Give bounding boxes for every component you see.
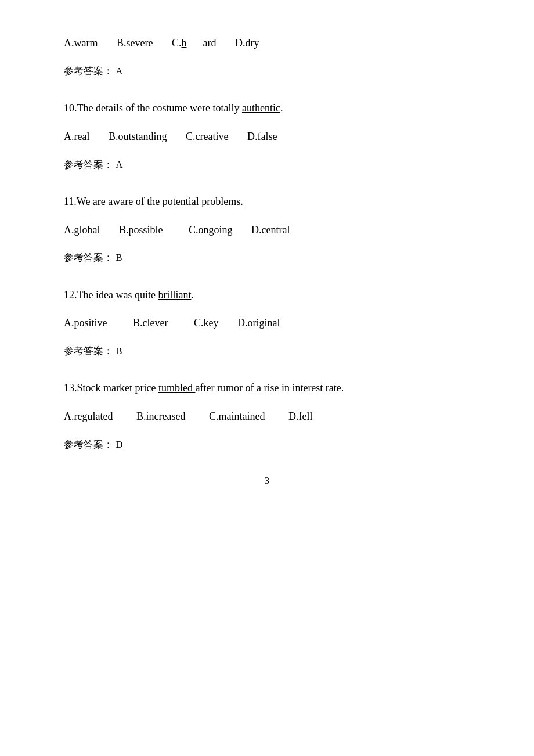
q10-answer-value: A — [116, 159, 122, 170]
q9-answer: 参考答案： A — [64, 63, 470, 79]
question-13: 13.Stock market price tumbled after rumo… — [64, 380, 470, 452]
q12-keyword: brilliant — [158, 289, 191, 301]
q12-text: 12.The idea was quite brilliant. — [64, 287, 470, 304]
q12-option-a: A.positive — [64, 317, 107, 329]
q11-answer-value: B — [116, 252, 122, 263]
q13-answer: 参考答案： D — [64, 437, 470, 452]
q11-keyword: potential — [163, 196, 201, 207]
q9-option-c: C.hard — [172, 37, 217, 49]
q12-answer: 参考答案： B — [64, 343, 470, 359]
q13-text: 13.Stock market price tumbled after rumo… — [64, 380, 470, 397]
q10-keyword: authentic — [242, 102, 280, 114]
q9-answer-label: 参考答案： — [64, 66, 113, 77]
q12-answer-label: 参考答案： — [64, 345, 113, 357]
q10-answer: 参考答案： A — [64, 157, 470, 172]
q10-option-d: D.false — [247, 131, 277, 142]
q13-keyword: tumbled — [158, 382, 196, 394]
question-10: 10.The details of the costume were total… — [64, 100, 470, 172]
q13-answer-value: D — [116, 439, 122, 450]
q11-answer-label: 参考答案： — [64, 252, 113, 263]
q13-option-b: B.increased — [136, 411, 185, 422]
page-number: 3 — [64, 476, 470, 486]
q9-answer-value: A — [116, 66, 122, 77]
q9-option-d: D.dry — [235, 37, 259, 49]
q11-option-d: D.central — [251, 224, 290, 236]
q9-option-b: B.severe — [117, 37, 153, 49]
q10-option-c: C.creative — [186, 131, 228, 142]
q12-options: A.positive B.clever C.key D.original — [64, 315, 470, 332]
q10-option-a: A.real — [64, 131, 89, 142]
q13-answer-label: 参考答案： — [64, 439, 113, 450]
q13-option-c: C.maintained — [209, 411, 265, 422]
q11-option-c: C.ongoing — [189, 224, 233, 236]
q13-options: A.regulated B.increased C.maintained D.f… — [64, 408, 470, 425]
q9-options: A.warm B.severe C.hard D.dry — [64, 35, 470, 52]
q10-text: 10.The details of the costume were total… — [64, 100, 470, 117]
q13-option-a: A.regulated — [64, 411, 113, 422]
q9-option-a: A.warm — [64, 37, 98, 49]
q10-options: A.real B.outstanding C.creative D.false — [64, 128, 470, 145]
q12-option-d: D.original — [237, 317, 280, 329]
q12-answer-value: B — [116, 345, 122, 357]
q10-answer-label: 参考答案： — [64, 159, 113, 170]
q11-answer: 参考答案： B — [64, 250, 470, 265]
q11-options: A.global B.possible C.ongoing D.central — [64, 222, 470, 239]
question-11: 11.We are aware of the potential problem… — [64, 193, 470, 266]
q10-option-b: B.outstanding — [109, 131, 167, 142]
q12-option-b: B.clever — [133, 317, 168, 329]
q11-option-a: A.global — [64, 224, 100, 236]
q11-text: 11.We are aware of the potential problem… — [64, 193, 470, 210]
question-9-options: A.warm B.severe C.hard D.dry 参考答案： A — [64, 35, 470, 79]
q13-option-d: D.fell — [288, 411, 312, 422]
q11-option-b: B.possible — [119, 224, 163, 236]
q12-option-c: C.key — [194, 317, 219, 329]
question-12: 12.The idea was quite brilliant. A.posit… — [64, 287, 470, 359]
